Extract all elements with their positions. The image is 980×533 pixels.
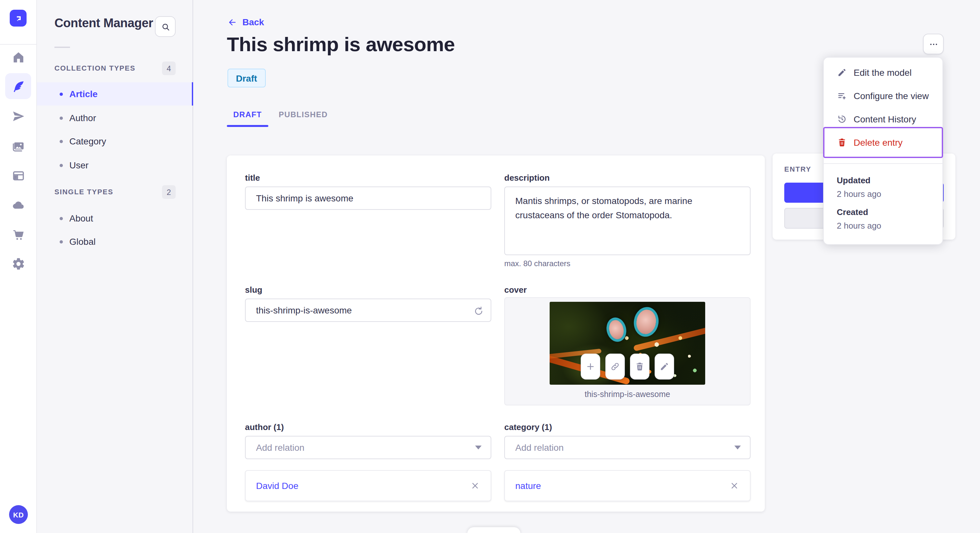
combobox-placeholder: Add relation — [256, 443, 304, 453]
combobox-placeholder: Add relation — [515, 443, 563, 453]
actions-dropdown-menu: Edit the model Configure the view Conten… — [823, 57, 943, 245]
paper-plane-icon[interactable] — [5, 103, 31, 129]
main-content: Back This shrimp is awesome Draft DRAFT … — [193, 0, 980, 533]
created-label: Created — [837, 207, 868, 217]
close-icon[interactable] — [728, 479, 741, 492]
sidebar-item-label: About — [69, 213, 93, 224]
trash-icon[interactable] — [630, 354, 649, 379]
description-hint: max. 80 characters — [504, 259, 570, 268]
bullet-icon — [60, 240, 63, 243]
link-icon[interactable] — [605, 354, 625, 379]
history-icon — [837, 114, 847, 124]
icon-rail: KD — [0, 0, 37, 533]
bullet-icon — [60, 217, 63, 220]
slug-input[interactable] — [245, 298, 491, 322]
strapi-logo[interactable] — [10, 10, 27, 27]
sidebar-item-label: Global — [69, 236, 95, 247]
content-manager-sidebar: Content Manager COLLECTION TYPES 4 Artic… — [37, 0, 193, 533]
sidebar-divider — [54, 47, 70, 48]
collection-types-count: 4 — [162, 62, 176, 75]
avatar[interactable]: KD — [9, 505, 28, 524]
bullet-icon — [60, 116, 63, 119]
menu-item-configure-view[interactable]: Configure the view — [824, 84, 942, 108]
menu-item-edit-model[interactable]: Edit the model — [824, 61, 942, 84]
media-icon[interactable] — [5, 133, 31, 159]
edit-icon[interactable] — [655, 354, 674, 379]
chevron-down-icon — [734, 446, 741, 449]
created-value: 2 hours ago — [837, 221, 881, 230]
description-textarea[interactable]: Mantis shrimps, or stomatopods, are mari… — [504, 187, 751, 255]
title-label: title — [245, 173, 260, 182]
back-link[interactable]: Back — [228, 17, 264, 27]
single-types-heading: SINGLE TYPES — [54, 188, 113, 195]
pencil-icon — [837, 67, 847, 78]
sidebar-item-about[interactable]: About — [37, 206, 193, 230]
description-label: description — [504, 173, 550, 182]
edit-form-card: title description Mantis shrimps, or sto… — [227, 155, 765, 512]
sidebar-item-category[interactable]: Category — [37, 130, 193, 153]
bullet-icon — [60, 140, 63, 143]
category-relation-combobox[interactable]: Add relation — [504, 436, 751, 459]
sidebar-item-label: User — [69, 160, 89, 170]
layout-icon[interactable] — [5, 163, 31, 189]
updated-value: 2 hours ago — [837, 189, 881, 199]
bottom-sheet-pill[interactable] — [467, 527, 520, 533]
active-tab-underline — [227, 125, 268, 127]
gear-icon[interactable] — [5, 251, 31, 276]
cover-label: cover — [504, 285, 527, 295]
sidebar-item-label: Category — [69, 136, 106, 146]
bullet-icon — [60, 163, 63, 167]
configure-icon — [837, 90, 847, 101]
sidebar-item-author[interactable]: Author — [37, 106, 193, 130]
more-actions-button[interactable] — [923, 34, 944, 54]
chevron-down-icon — [475, 446, 482, 449]
bullet-icon — [60, 92, 63, 95]
back-label: Back — [242, 17, 264, 27]
menu-item-label: Configure the view — [854, 90, 929, 101]
relation-link[interactable]: David Doe — [256, 481, 299, 491]
menu-item-content-history[interactable]: Content History — [824, 108, 942, 131]
sidebar-item-user[interactable]: User — [37, 154, 193, 177]
cloud-icon[interactable] — [5, 192, 31, 217]
cover-actions — [550, 354, 705, 379]
title-input[interactable] — [245, 187, 491, 210]
category-label: category (1) — [504, 422, 552, 432]
cart-icon[interactable] — [5, 222, 31, 247]
menu-divider — [824, 163, 942, 164]
menu-item-delete-entry[interactable]: Delete entry — [824, 131, 942, 154]
tab-draft[interactable]: DRAFT — [227, 110, 268, 119]
sidebar-item-label: Author — [69, 113, 96, 123]
author-relation-item: David Doe — [245, 470, 491, 501]
home-icon[interactable] — [5, 44, 31, 70]
close-icon[interactable] — [469, 479, 482, 492]
cover-filename: this-shrimp-is-awesome — [504, 390, 751, 399]
single-types-count: 2 — [162, 185, 176, 199]
menu-item-label: Delete entry — [854, 137, 902, 148]
search-icon — [161, 22, 170, 32]
strapi-logo-glyph — [13, 13, 23, 23]
page-title: This shrimp is awesome — [227, 33, 455, 56]
slug-label: slug — [245, 285, 262, 295]
updated-label: Updated — [837, 176, 870, 185]
feather-icon[interactable] — [5, 73, 31, 99]
search-button[interactable] — [155, 16, 176, 37]
menu-item-label: Edit the model — [854, 67, 912, 78]
status-badge: Draft — [228, 69, 266, 87]
sidebar-item-label: Article — [69, 89, 97, 99]
author-label: author (1) — [245, 422, 284, 432]
author-relation-combobox[interactable]: Add relation — [245, 436, 491, 459]
regenerate-icon[interactable] — [471, 303, 486, 319]
ellipsis-icon — [928, 38, 939, 49]
relation-link[interactable]: nature — [515, 481, 541, 491]
trash-icon — [837, 137, 847, 148]
sidebar-item-article[interactable]: Article — [37, 82, 193, 106]
tab-published[interactable]: PUBLISHED — [279, 110, 324, 119]
menu-item-label: Content History — [854, 114, 916, 124]
add-icon[interactable] — [581, 354, 600, 379]
entry-panel-title: ENTRY — [784, 165, 811, 173]
sidebar-title: Content Manager — [54, 16, 153, 30]
collection-types-heading: COLLECTION TYPES — [54, 64, 135, 72]
app-window: KD Content Manager COLLECTION TYPES 4 Ar… — [0, 0, 980, 533]
sidebar-item-global[interactable]: Global — [37, 230, 193, 253]
arrow-left-icon — [228, 17, 237, 27]
